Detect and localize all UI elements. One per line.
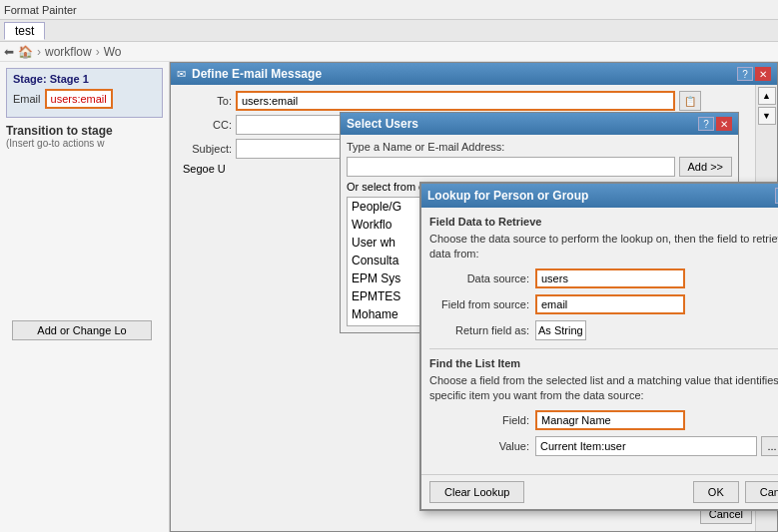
email-dialog-icon: ✉	[177, 68, 186, 81]
lu-fieldfrom-row: Field from source:	[429, 294, 778, 314]
lu-body: Field Data to Retrieve Choose the data s…	[421, 208, 778, 470]
lu-field-label: Field:	[429, 414, 529, 426]
su-close-btn[interactable]: ✕	[716, 117, 732, 131]
transition-box: Transition to stage (Insert go-to action…	[6, 124, 163, 149]
scroll-up-btn[interactable]: ▲	[758, 87, 776, 105]
su-add-btn[interactable]: Add >>	[679, 157, 732, 177]
breadcrumb: ⬅ 🏠 › workflow › Wo	[0, 42, 778, 62]
lu-datasource-input[interactable]	[535, 268, 685, 288]
su-input-row: Add >>	[347, 157, 732, 177]
su-title: Select Users	[347, 117, 418, 131]
cc-label: CC:	[177, 119, 232, 131]
lu-ellipsis-btn[interactable]: ...	[761, 436, 778, 456]
tab-test[interactable]: test	[4, 22, 45, 40]
lu-ok-btn[interactable]: OK	[693, 481, 739, 503]
su-help-btn[interactable]: ?	[698, 117, 714, 131]
tabbar: test	[0, 20, 778, 42]
lu-fieldfrom-label: Field from source:	[429, 298, 529, 310]
su-titlebar: Select Users ? ✕	[341, 113, 738, 135]
lu-footer: Clear Lookup OK Cancel	[421, 474, 778, 509]
lu-title: Lookup for Person or Group	[427, 189, 588, 203]
to-input[interactable]	[236, 91, 675, 111]
to-label: To:	[177, 95, 232, 107]
main-area: Stage: Stage 1 Email users:email Transit…	[0, 62, 778, 532]
lu-value-input[interactable]	[535, 436, 757, 456]
lu-value-input-group: ... fx	[535, 436, 778, 456]
lu-titlebar: Lookup for Person or Group ? ✕	[421, 184, 778, 208]
lu-fieldfrom-input[interactable]	[535, 294, 685, 314]
lu-returnfield-label: Return field as:	[429, 324, 529, 336]
home-icon: 🏠	[18, 45, 33, 59]
stage-box: Stage: Stage 1 Email users:email	[6, 68, 163, 118]
center-panel: ✉ Define E-mail Message ? ✕ To: 📋 CC: �	[170, 62, 778, 532]
lu-returnfield-row: Return field as: As String	[429, 320, 778, 340]
email-field: Email users:email	[13, 89, 156, 109]
to-row: To: 📋	[177, 91, 771, 111]
lu-datasource-wrapper	[535, 268, 778, 288]
email-value: users:email	[45, 89, 113, 109]
su-controls: ? ✕	[698, 117, 732, 131]
lu-datasource-label: Data source:	[429, 272, 529, 284]
lu-divider	[429, 348, 778, 349]
left-panel: Stage: Stage 1 Email users:email Transit…	[0, 62, 170, 532]
lu-field-data-title: Field Data to Retrieve	[429, 216, 778, 228]
lu-returnfield-select[interactable]: As String	[535, 320, 586, 340]
lu-find-section: Find the List Item Choose a field from t…	[429, 357, 778, 456]
email-dialog-title: Define E-mail Message	[192, 67, 322, 81]
lu-cancel-btn[interactable]: Cancel	[745, 481, 778, 503]
email-dialog-help-btn[interactable]: ?	[737, 67, 753, 81]
lookup-dialog: Lookup for Person or Group ? ✕ Field Dat…	[419, 182, 778, 511]
lu-value-label: Value:	[429, 440, 529, 452]
to-browse-btn[interactable]: 📋	[679, 91, 701, 111]
toolbar-label: Format Painter	[4, 4, 77, 16]
transition-sub: (Insert go-to actions w	[6, 138, 163, 149]
subject-label: Subject:	[177, 143, 232, 155]
stage-title: Stage: Stage 1	[13, 73, 156, 85]
email-dialog-close-btn[interactable]: ✕	[755, 67, 771, 81]
lu-returnfield-wrapper: As String	[535, 320, 778, 340]
add-change-button[interactable]: Add or Change Lo	[12, 320, 152, 340]
su-type-label: Type a Name or E-mail Address:	[347, 141, 732, 153]
email-dialog-controls: ? ✕	[737, 67, 771, 81]
lu-fieldfrom-wrapper	[535, 294, 778, 314]
breadcrumb-workflow[interactable]: workflow	[45, 45, 92, 59]
scroll-down-btn[interactable]: ▼	[758, 107, 776, 125]
email-dialog-titlebar: ✉ Define E-mail Message ? ✕	[171, 63, 777, 85]
lu-field-select-wrapper	[535, 410, 778, 430]
lu-field-data-desc: Choose the data source to perform the lo…	[429, 232, 778, 263]
lu-find-title: Find the List Item	[429, 357, 778, 369]
segoe-label: Segoe U	[183, 163, 226, 175]
email-label: Email	[13, 93, 41, 105]
su-type-input[interactable]	[347, 157, 675, 177]
lu-ok-cancel: OK Cancel	[693, 481, 778, 503]
lu-find-desc: Choose a field from the selected list an…	[429, 373, 778, 404]
toolbar: Format Painter	[0, 0, 778, 20]
transition-title: Transition to stage	[6, 124, 163, 138]
lu-field-row: Field:	[429, 410, 778, 430]
breadcrumb-wo: Wo	[104, 45, 122, 59]
lu-value-row: Value: ... fx	[429, 436, 778, 456]
lu-clear-btn[interactable]: Clear Lookup	[429, 481, 524, 503]
lu-datasource-row: Data source:	[429, 268, 778, 288]
lu-field-input[interactable]	[535, 410, 685, 430]
